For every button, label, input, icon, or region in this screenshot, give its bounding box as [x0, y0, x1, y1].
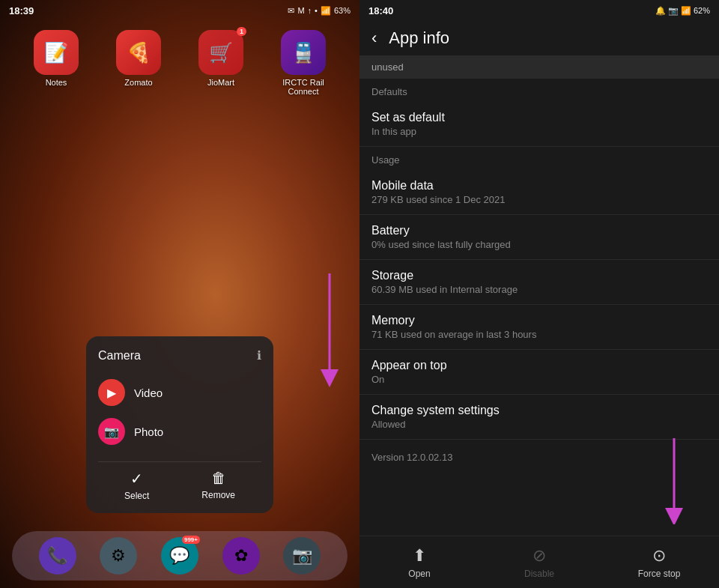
appear-on-top-title: Appear on top — [371, 359, 707, 372]
status-time-right: 18:40 — [368, 5, 393, 16]
battery-subtitle: 0% used since last fully charged — [371, 239, 707, 250]
dock-settings[interactable]: ⚙ — [100, 537, 137, 575]
change-system-settings-row[interactable]: Change system settings Allowed — [360, 395, 719, 440]
right-panel: 18:40 🔔 📷 📶 62% ‹ App info unused Defaul… — [360, 0, 719, 588]
app-label-notes: Notes — [46, 78, 67, 87]
force-stop-label: Force stop — [638, 569, 681, 579]
select-button[interactable]: ✓ Select — [124, 470, 149, 501]
nav-open[interactable]: ⬆ Open — [360, 546, 479, 579]
remove-button[interactable]: 🗑 Remove — [201, 470, 235, 501]
photo-icon: 📷 — [98, 418, 125, 445]
context-menu-header: Camera ℹ — [98, 348, 261, 363]
storage-title: Storage — [371, 269, 707, 282]
camera-context-menu: Camera ℹ ▶ Video 📷 Photo ✓ Select 🗑 Remo… — [86, 336, 273, 513]
storage-row[interactable]: Storage 60.39 MB used in Internal storag… — [360, 260, 719, 305]
force-stop-icon: ⊙ — [652, 546, 666, 566]
app-icons-row: 📝 Notes 🍕 Zomato 🛒 1 JioMart 🚆 IRCTC Rai… — [0, 30, 360, 96]
jiomart-badge: 1 — [237, 27, 246, 36]
dock-messages[interactable]: 💬 999+ — [161, 537, 198, 575]
storage-subtitle: 60.39 MB used in Internal storage — [371, 284, 707, 295]
open-icon: ⬆ — [413, 546, 426, 566]
disable-icon: ⊘ — [533, 546, 546, 566]
menu-item-photo-label: Photo — [134, 425, 163, 438]
set-as-default-title: Set as default — [371, 111, 707, 124]
context-menu-actions: ✓ Select 🗑 Remove — [98, 461, 261, 501]
disable-label: Disable — [524, 569, 554, 579]
appear-on-top-row[interactable]: Appear on top On — [360, 350, 719, 395]
remove-icon: 🗑 — [211, 470, 226, 487]
app-label-jiomart: JioMart — [207, 78, 234, 87]
status-icons-right: 🔔 📷 📶 62% — [655, 6, 710, 16]
status-icons-left: ✉ M ↑ • 📶 63% — [288, 6, 351, 16]
menu-item-video[interactable]: ▶ Video — [98, 373, 261, 412]
app-content[interactable]: unused Defaults Set as default In this a… — [360, 55, 719, 588]
set-as-default-row[interactable]: Set as default In this app — [360, 102, 719, 147]
unused-bar: unused — [360, 55, 719, 79]
menu-item-photo[interactable]: 📷 Photo — [98, 412, 261, 451]
nav-force-stop[interactable]: ⊙ Force stop — [599, 546, 719, 579]
status-bar-left: 18:39 ✉ M ↑ • 📶 63% — [0, 0, 360, 21]
app-label-irctc: IRCTC RailConnect — [282, 78, 324, 96]
change-system-settings-subtitle: Allowed — [371, 419, 707, 430]
back-button[interactable]: ‹ — [371, 28, 377, 48]
set-as-default-subtitle: In this app — [371, 126, 707, 137]
appear-on-top-subtitle: On — [371, 374, 707, 385]
app-header: ‹ App info — [360, 21, 719, 55]
memory-title: Memory — [371, 314, 707, 327]
mobile-data-title: Mobile data — [371, 179, 707, 193]
app-label-zomato: Zomato — [124, 78, 152, 87]
select-icon: ✓ — [130, 470, 143, 488]
dock-bixby[interactable]: ✿ — [222, 537, 260, 575]
nav-disable[interactable]: ⊘ Disable — [479, 546, 599, 579]
context-menu-title: Camera — [98, 349, 141, 363]
memory-row[interactable]: Memory 71 KB used on average in last 3 h… — [360, 305, 719, 350]
select-label: Select — [124, 491, 149, 501]
video-icon: ▶ — [98, 379, 125, 406]
arrow-down-right — [652, 434, 697, 527]
battery-row[interactable]: Battery 0% used since last fully charged — [360, 215, 719, 260]
app-icon-zomato[interactable]: 🍕 Zomato — [116, 30, 161, 96]
dock-phone[interactable]: 📞 — [39, 537, 76, 575]
usage-section-label: Usage — [360, 147, 719, 170]
status-bar-right: 18:40 🔔 📷 📶 62% — [360, 0, 719, 21]
context-menu-info-icon[interactable]: ℹ — [257, 348, 261, 363]
app-icon-irctc[interactable]: 🚆 IRCTC RailConnect — [281, 30, 326, 96]
messages-badge: 999+ — [182, 536, 200, 544]
mobile-data-subtitle: 279 KB used since 1 Dec 2021 — [371, 194, 707, 205]
dock-camera[interactable]: 📷 — [283, 537, 321, 575]
bottom-nav: ⬆ Open ⊘ Disable ⊙ Force stop — [360, 536, 719, 588]
app-icon-jiomart[interactable]: 🛒 1 JioMart — [198, 30, 243, 96]
app-icon-notes[interactable]: 📝 Notes — [34, 30, 79, 96]
menu-item-video-label: Video — [134, 387, 163, 399]
left-panel: 18:39 ✉ M ↑ • 📶 63% 📝 Notes 🍕 Zomato 🛒 — [0, 0, 360, 588]
change-system-settings-title: Change system settings — [371, 404, 707, 417]
page-title: App info — [389, 28, 449, 48]
mobile-data-row[interactable]: Mobile data 279 KB used since 1 Dec 2021 — [360, 170, 719, 215]
arrow-down-left — [292, 270, 352, 392]
bottom-dock: 📞 ⚙ 💬 999+ ✿ 📷 — [12, 531, 348, 581]
battery-title: Battery — [371, 224, 707, 237]
memory-subtitle: 71 KB used on average in last 3 hours — [371, 329, 707, 340]
open-label: Open — [408, 569, 430, 579]
status-time-left: 18:39 — [9, 5, 34, 16]
defaults-section-label: Defaults — [360, 79, 719, 102]
remove-label: Remove — [201, 490, 235, 500]
